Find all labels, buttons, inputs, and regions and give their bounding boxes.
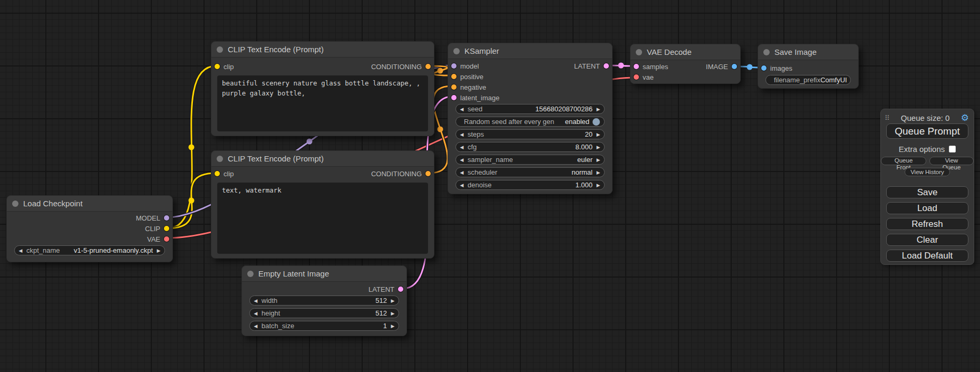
model-output-dot[interactable] <box>164 215 169 221</box>
samples-input-dot[interactable] <box>634 64 639 69</box>
node-header[interactable]: Empty Latent Image <box>242 266 406 282</box>
node-header[interactable]: Load Checkpoint <box>7 196 172 212</box>
images-input-dot[interactable] <box>761 65 766 71</box>
denoise-widget[interactable]: ◀ denoise 1.000 ▶ <box>455 180 605 190</box>
steps-widget[interactable]: ◀ steps 20 ▶ <box>455 129 605 139</box>
clip-output-dot[interactable] <box>164 226 169 231</box>
next-value-arrow-icon[interactable]: ▶ <box>593 157 604 163</box>
decrease-arrow-icon[interactable]: ◀ <box>456 107 468 112</box>
node-header[interactable]: CLIP Text Encode (Prompt) <box>211 151 434 167</box>
node-title: KSampler <box>464 46 499 55</box>
clip-input-dot[interactable] <box>215 64 220 69</box>
increase-arrow-icon[interactable]: ▶ <box>387 323 399 329</box>
latent-output-dot[interactable] <box>398 287 403 292</box>
positive-input-dot[interactable] <box>451 74 457 79</box>
load-button[interactable]: Load <box>886 202 968 214</box>
conditioning-output-dot[interactable] <box>425 64 431 69</box>
batch-size-widget[interactable]: ◀ batch_size 1 ▶ <box>249 321 399 331</box>
model-input-dot[interactable] <box>451 63 457 69</box>
view-history-button[interactable]: View History <box>905 168 950 176</box>
node-graph-canvas[interactable]: Load Checkpoint MODEL CLIP VAE ◀ ckpt_na… <box>0 0 980 372</box>
toggle-enabled-icon[interactable] <box>593 118 600 126</box>
random-seed-toggle-widget[interactable]: Random seed after every gen enabled <box>455 117 605 127</box>
collapse-dot-icon[interactable] <box>217 46 223 53</box>
extra-options-checkbox[interactable] <box>949 146 956 152</box>
increase-arrow-icon[interactable]: ▶ <box>593 107 604 112</box>
node-title: Empty Latent Image <box>258 269 329 278</box>
vae-input-dot[interactable] <box>634 74 639 80</box>
view-queue-button[interactable]: View Queue <box>929 157 974 165</box>
latent-output-dot[interactable] <box>604 63 609 69</box>
increase-arrow-icon[interactable]: ▶ <box>387 298 399 303</box>
decrease-arrow-icon[interactable]: ◀ <box>456 132 468 137</box>
node-header[interactable]: KSampler <box>448 43 612 59</box>
node-clip-text-encode-positive[interactable]: CLIP Text Encode (Prompt) clip CONDITION… <box>211 41 434 136</box>
clear-button[interactable]: Clear <box>886 234 968 246</box>
node-load-checkpoint[interactable]: Load Checkpoint MODEL CLIP VAE ◀ ckpt_na… <box>6 195 173 262</box>
link-dot-positive <box>438 68 443 74</box>
load-default-button[interactable]: Load Default <box>886 250 968 262</box>
node-title: CLIP Text Encode (Prompt) <box>228 154 324 163</box>
image-output-label: IMAGE <box>706 63 728 71</box>
node-header[interactable]: CLIP Text Encode (Prompt) <box>211 42 434 58</box>
widget-label: steps <box>468 130 585 138</box>
decrease-arrow-icon[interactable]: ◀ <box>456 145 468 150</box>
positive-prompt-textarea[interactable]: beautiful scenery nature glass bottle la… <box>217 75 428 131</box>
height-widget[interactable]: ◀ height 512 ▶ <box>249 308 399 318</box>
queue-size-label: Queue size: 0 <box>890 113 961 122</box>
conditioning-output-dot[interactable] <box>425 171 431 176</box>
next-value-arrow-icon[interactable]: ▶ <box>153 248 164 253</box>
prev-value-arrow-icon[interactable]: ◀ <box>15 248 26 253</box>
node-header[interactable]: VAE Decode <box>630 44 740 60</box>
widget-value: 512 <box>375 309 387 317</box>
negative-input-dot[interactable] <box>451 84 457 90</box>
width-widget[interactable]: ◀ width 512 ▶ <box>249 295 399 306</box>
save-button[interactable]: Save <box>886 186 968 198</box>
conditioning-output-label: CONDITIONING <box>371 63 422 71</box>
clip-output-label: CLIP <box>145 225 160 233</box>
collapse-dot-icon[interactable] <box>12 201 18 207</box>
node-empty-latent-image[interactable]: Empty Latent Image LATENT ◀ width 512 ▶ … <box>241 265 407 336</box>
widget-value: normal <box>571 168 593 176</box>
vae-output-dot[interactable] <box>164 236 169 242</box>
node-vae-decode[interactable]: VAE Decode samples vae IMAGE <box>630 44 741 84</box>
increase-arrow-icon[interactable]: ▶ <box>593 145 604 150</box>
sampler-name-widget[interactable]: ◀ sampler_name euler ▶ <box>455 155 605 165</box>
increase-arrow-icon[interactable]: ▶ <box>593 132 604 137</box>
ckpt-name-widget[interactable]: ◀ ckpt_name v1-5-pruned-emaonly.ckpt ▶ <box>14 245 165 255</box>
decrease-arrow-icon[interactable]: ◀ <box>250 298 261 303</box>
collapse-dot-icon[interactable] <box>453 48 460 54</box>
drag-handle-icon[interactable]: ⠿ <box>885 114 890 122</box>
widget-value: 156680208700286 <box>536 105 593 113</box>
decrease-arrow-icon[interactable]: ◀ <box>250 311 261 316</box>
node-header[interactable]: Save Image <box>758 44 858 60</box>
collapse-dot-icon[interactable] <box>247 271 254 277</box>
filename-prefix-widget[interactable]: filename_prefix ComfyUI <box>765 75 851 85</box>
model-output-label: MODEL <box>136 214 160 222</box>
queue-prompt-button[interactable]: Queue Prompt <box>886 123 968 139</box>
cfg-widget[interactable]: ◀ cfg 8.000 ▶ <box>455 142 605 152</box>
prev-value-arrow-icon[interactable]: ◀ <box>456 170 468 175</box>
collapse-dot-icon[interactable] <box>763 49 770 55</box>
collapse-dot-icon[interactable] <box>217 156 223 162</box>
clip-input-dot[interactable] <box>215 171 220 176</box>
settings-gear-icon[interactable]: ⚙ <box>961 113 969 122</box>
node-clip-text-encode-negative[interactable]: CLIP Text Encode (Prompt) clip CONDITION… <box>211 150 434 259</box>
collapse-dot-icon[interactable] <box>636 49 642 55</box>
prev-value-arrow-icon[interactable]: ◀ <box>456 157 468 163</box>
refresh-button[interactable]: Refresh <box>886 218 968 230</box>
node-ksampler[interactable]: KSampler model positive negative latent_… <box>448 43 613 194</box>
image-output-dot[interactable] <box>732 64 737 69</box>
increase-arrow-icon[interactable]: ▶ <box>387 311 399 316</box>
seed-widget[interactable]: ◀ seed 156680208700286 ▶ <box>455 104 605 114</box>
node-save-image[interactable]: Save Image images filename_prefix ComfyU… <box>758 44 859 89</box>
decrease-arrow-icon[interactable]: ◀ <box>250 323 261 329</box>
increase-arrow-icon[interactable]: ▶ <box>593 183 604 188</box>
scheduler-widget[interactable]: ◀ scheduler normal ▶ <box>455 167 605 177</box>
negative-prompt-textarea[interactable]: text, watermark <box>217 183 428 254</box>
latent-image-input-dot[interactable] <box>451 95 457 100</box>
model-input-label: model <box>460 62 479 70</box>
queue-front-button[interactable]: Queue Front <box>881 157 926 165</box>
next-value-arrow-icon[interactable]: ▶ <box>593 170 604 175</box>
decrease-arrow-icon[interactable]: ◀ <box>456 183 468 188</box>
